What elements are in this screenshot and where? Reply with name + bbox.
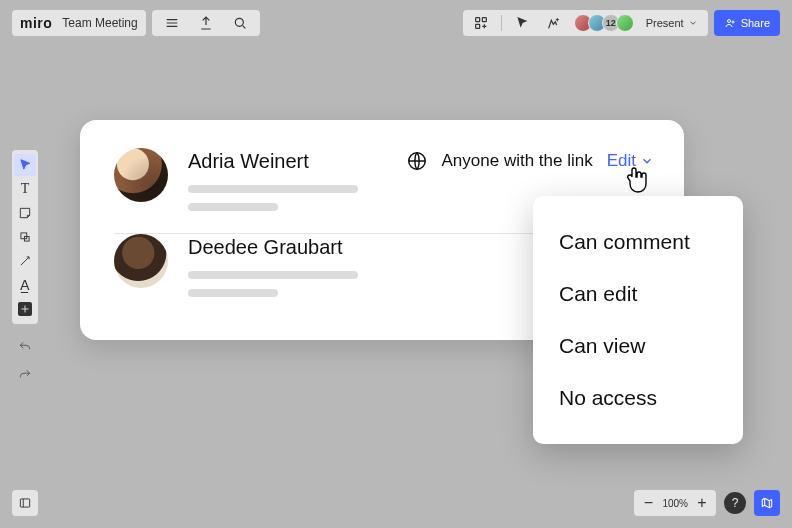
share-button[interactable]: Share	[714, 10, 780, 36]
map-button[interactable]	[754, 490, 780, 516]
line-tool[interactable]	[14, 250, 36, 272]
cursor-icon[interactable]	[510, 11, 534, 35]
frames-panel-button[interactable]	[12, 490, 38, 516]
svg-rect-2	[482, 18, 486, 22]
svg-rect-8	[20, 499, 29, 507]
collab-group: 12 Present	[463, 10, 708, 36]
avatar	[114, 148, 168, 202]
present-button[interactable]: Present	[642, 17, 702, 29]
link-scope-label: Anyone with the link	[442, 151, 593, 171]
placeholder-line	[188, 289, 278, 297]
person-plus-icon	[724, 17, 736, 29]
zoom-in-button[interactable]: +	[694, 495, 710, 511]
apps-icon[interactable]	[469, 11, 493, 35]
link-permission-dropdown[interactable]: Edit	[607, 151, 654, 171]
placeholder-line	[188, 185, 358, 193]
zoom-value[interactable]: 100%	[662, 498, 688, 509]
undo-button[interactable]	[14, 336, 36, 358]
select-tool[interactable]	[14, 154, 36, 176]
chevron-down-icon	[640, 154, 654, 168]
link-sharing-control: Anyone with the link Edit	[406, 150, 655, 172]
globe-icon	[406, 150, 428, 172]
sticky-tool[interactable]	[14, 202, 36, 224]
export-icon[interactable]	[194, 11, 218, 35]
text-tool[interactable]: T	[14, 178, 36, 200]
zoom-control: − 100% +	[634, 490, 716, 516]
permission-option[interactable]: Can comment	[533, 216, 743, 268]
placeholder-line	[188, 271, 358, 279]
app-logo: miro	[20, 15, 52, 31]
pen-tool[interactable]: A̲	[14, 274, 36, 296]
more-tools[interactable]	[14, 298, 36, 320]
chevron-down-icon	[688, 18, 698, 28]
board-title: Team Meeting	[62, 16, 137, 30]
permission-option[interactable]: No access	[533, 372, 743, 424]
present-label: Present	[646, 17, 684, 29]
redo-button[interactable]	[14, 364, 36, 386]
reactions-icon[interactable]	[542, 11, 566, 35]
board-menu-group	[152, 10, 260, 36]
permission-option[interactable]: Can edit	[533, 268, 743, 320]
link-permission-label: Edit	[607, 151, 636, 171]
board-chip[interactable]: miro Team Meeting	[12, 10, 146, 36]
svg-point-0	[235, 18, 243, 26]
svg-rect-1	[475, 18, 479, 22]
shape-tool[interactable]	[14, 226, 36, 248]
avatar	[616, 14, 634, 32]
search-icon[interactable]	[228, 11, 252, 35]
help-button[interactable]: ?	[724, 492, 746, 514]
permission-option[interactable]: Can view	[533, 320, 743, 372]
hamburger-icon[interactable]	[160, 11, 184, 35]
participant-avatars[interactable]: 12	[574, 14, 634, 32]
zoom-out-button[interactable]: −	[640, 495, 656, 511]
svg-point-4	[727, 20, 730, 23]
permission-menu: Can comment Can edit Can view No access	[533, 196, 743, 444]
tools-toolbar: T A̲	[12, 150, 38, 324]
share-label: Share	[741, 17, 770, 29]
history-toolbar	[12, 336, 38, 386]
svg-rect-3	[475, 24, 479, 28]
svg-rect-5	[21, 233, 27, 239]
placeholder-line	[188, 203, 278, 211]
avatar	[114, 234, 168, 288]
